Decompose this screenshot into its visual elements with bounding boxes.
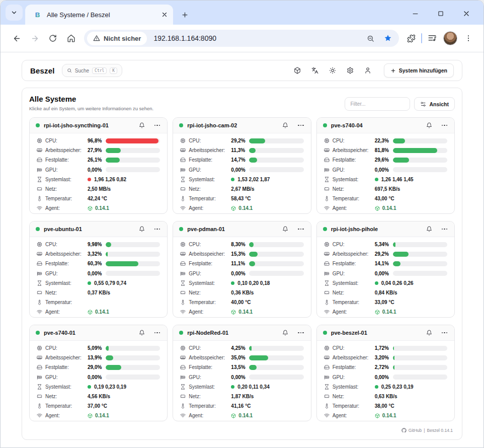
extensions-icon[interactable] <box>403 30 419 46</box>
agent-label: Agent: <box>45 205 88 211</box>
home-button[interactable] <box>62 29 80 47</box>
disk-percent: 14,1% <box>375 261 390 266</box>
memory-bar <box>106 252 160 257</box>
system-card[interactable]: pve-beszel-01CPU:1,72%Arbeitsspeicher:3,… <box>316 325 455 421</box>
github-link[interactable]: GitHub <box>409 428 422 433</box>
system-card[interactable]: rpi-iot-jsho-syncthing-01CPU:96,8%Arbeit… <box>29 117 168 214</box>
security-chip[interactable]: Nicht sicher <box>87 32 147 45</box>
tab-search-button[interactable] <box>6 5 23 21</box>
browser-menu-icon[interactable] <box>460 30 476 46</box>
address-bar[interactable]: Nicht sicher 192.168.1.164:8090 <box>84 30 399 47</box>
bell-icon[interactable] <box>426 330 432 336</box>
package-icon[interactable] <box>294 67 301 74</box>
card-menu-icon[interactable] <box>298 229 304 230</box>
memory-percent: 29,2% <box>375 251 390 257</box>
disk-row: Festplatte:14,1% <box>324 259 447 268</box>
gpu-label: GPU: <box>333 271 375 276</box>
system-metrics: CPU:5,34%Arbeitsspeicher:29,2%Festplatte… <box>317 237 454 318</box>
system-card[interactable]: rpi-iot-jsho-cam-02CPU:29,2%Arbeitsspeic… <box>173 117 311 214</box>
bell-icon[interactable] <box>139 226 145 232</box>
gpu-row: GPU:0,00% <box>324 372 447 382</box>
hard-drive-icon <box>37 261 42 266</box>
temp-row: Temperatur:58,43 °C <box>180 194 303 203</box>
cpu-percent: 22,3% <box>375 138 390 143</box>
card-menu-icon[interactable] <box>154 125 160 126</box>
net-label: Netz: <box>189 186 231 192</box>
system-card[interactable]: pve-s740-01CPU:5,09%Arbeitsspeicher:13,9… <box>29 325 168 421</box>
browser-tab[interactable]: B Alle Systeme / Beszel <box>25 5 173 25</box>
card-menu-icon[interactable] <box>154 332 160 334</box>
memory-value: 3,20% <box>375 355 447 360</box>
temp-row: Temperatur:38,00 °C <box>324 401 447 411</box>
zoom-level-icon[interactable] <box>367 35 374 42</box>
user-icon[interactable] <box>364 67 371 74</box>
card-actions <box>426 330 449 336</box>
forward-button[interactable] <box>26 29 44 47</box>
card-menu-icon[interactable] <box>442 229 448 230</box>
card-menu-icon[interactable] <box>298 332 304 334</box>
close-window-button[interactable] <box>462 10 470 18</box>
system-card-header: pve-pdman-01 <box>173 221 310 237</box>
bell-icon[interactable] <box>426 226 432 232</box>
back-button[interactable] <box>8 29 26 47</box>
gpu-icon <box>324 167 330 173</box>
status-dot <box>323 331 327 335</box>
card-menu-icon[interactable] <box>442 332 448 334</box>
settings-gear-icon[interactable] <box>347 67 354 74</box>
bell-icon[interactable] <box>139 330 145 336</box>
disk-percent: 26,1% <box>88 157 103 163</box>
memory-value: 81,8% <box>375 147 447 153</box>
tab-close-icon[interactable] <box>161 11 168 18</box>
system-card[interactable]: rpi-NodeRed-01CPU:4,25%Arbeitsspeicher:3… <box>173 325 311 421</box>
cpu-bar <box>393 138 447 143</box>
reload-button[interactable] <box>44 29 62 47</box>
gpu-icon <box>37 271 42 276</box>
gpu-percent: 0,00% <box>375 167 390 173</box>
maximize-button[interactable] <box>437 10 444 17</box>
load-row: Systemlast:0,20 0,11 0,34 <box>180 382 303 392</box>
new-tab-button[interactable] <box>181 11 189 19</box>
card-menu-icon[interactable] <box>442 125 448 126</box>
bell-icon[interactable] <box>282 330 288 336</box>
gpu-percent: 0,00% <box>375 271 390 276</box>
system-name: pve-s740-01 <box>44 330 75 336</box>
add-system-button[interactable]: System hinzufügen <box>384 63 454 78</box>
theme-sun-icon[interactable] <box>329 67 336 74</box>
agent-package-icon <box>88 413 93 418</box>
disk-bar <box>249 158 303 163</box>
media-controls-icon[interactable] <box>424 30 440 46</box>
filter-input[interactable] <box>345 97 410 111</box>
gpu-percent: 0,00% <box>88 167 103 173</box>
language-icon[interactable] <box>311 67 318 74</box>
system-card[interactable]: pve-s740-04CPU:22,3%Arbeitsspeicher:81,8… <box>316 117 455 214</box>
bell-icon[interactable] <box>282 226 288 232</box>
memory-bar-fill <box>106 148 121 153</box>
system-card[interactable]: rpi-iot-jsho-piholeCPU:5,34%Arbeitsspeic… <box>316 221 455 318</box>
bell-icon[interactable] <box>139 122 145 128</box>
search-button[interactable]: Suche Ctrl K <box>62 64 122 77</box>
card-menu-icon[interactable] <box>154 229 160 230</box>
url-text[interactable]: 192.168.1.164:8090 <box>153 34 367 42</box>
agent-label: Agent: <box>45 309 88 315</box>
app-footer: GitHub | Beszel 0.14.1 <box>29 423 455 436</box>
disk-value: 60,3% <box>88 261 160 266</box>
view-button[interactable]: Ansicht <box>414 97 455 111</box>
profile-avatar[interactable] <box>443 31 457 45</box>
bookmark-star-icon[interactable] <box>384 34 392 42</box>
cpu-bar <box>393 346 447 351</box>
system-card[interactable]: pve-pdman-01CPU:8,30%Arbeitsspeicher:15,… <box>173 221 311 318</box>
hourglass-icon <box>180 280 186 286</box>
system-card[interactable]: pve-ubuntu-01CPU:9,98%Arbeitsspeicher:3,… <box>29 221 168 318</box>
bell-icon[interactable] <box>282 122 288 128</box>
agent-version: 0.14.1 <box>95 413 109 418</box>
net-row: Netz:4,56 KB/s <box>37 392 160 401</box>
bell-icon[interactable] <box>426 122 432 128</box>
cpu-icon <box>180 345 186 351</box>
load-value: 0,19 0,23 0,19 <box>88 384 160 390</box>
net-label: Netz: <box>45 290 88 295</box>
hard-drive-icon <box>324 261 330 266</box>
load-label: Systemlast: <box>189 177 231 182</box>
hourglass-icon <box>37 177 42 182</box>
card-menu-icon[interactable] <box>298 125 304 126</box>
minimize-button[interactable] <box>412 10 419 18</box>
